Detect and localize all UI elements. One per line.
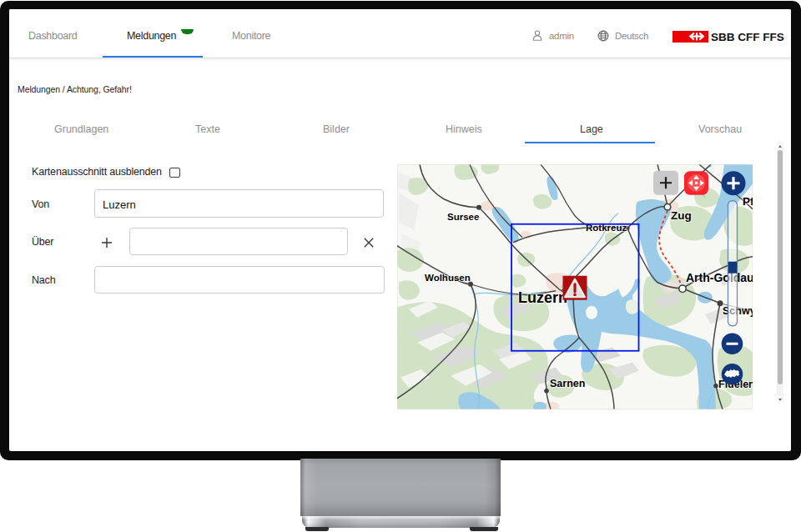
svg-text:Wolhusen: Wolhusen bbox=[425, 272, 471, 282]
svg-text:Pf: Pf bbox=[743, 194, 753, 207]
svg-text:Sursee: Sursee bbox=[447, 211, 479, 221]
svg-text:Zug: Zug bbox=[671, 208, 692, 221]
svg-text:Sarnen: Sarnen bbox=[550, 377, 585, 389]
svg-text:Arth-Goldau: Arth-Goldau bbox=[686, 270, 753, 284]
svg-text:Luzern: Luzern bbox=[518, 289, 567, 305]
